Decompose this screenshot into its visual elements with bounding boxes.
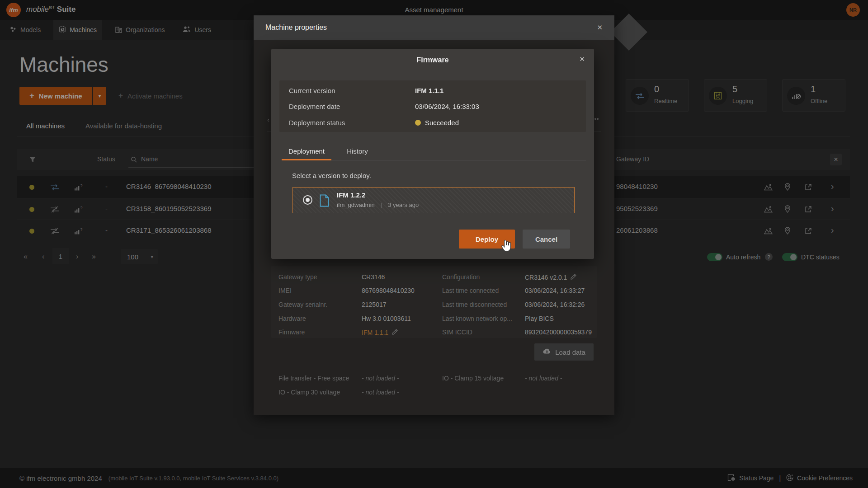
close-icon[interactable]: ✕ bbox=[579, 55, 585, 63]
active-tab-underline bbox=[282, 159, 331, 160]
deployment-date-value: 03/06/2024, 16:33:03 bbox=[415, 103, 479, 110]
deployment-status-value: Succeeded bbox=[425, 119, 459, 127]
current-version-value: IFM 1.1.1 bbox=[415, 87, 443, 94]
machine-modal-title: Machine properties bbox=[265, 23, 327, 32]
version-author: ifm_gdwadmin bbox=[337, 202, 375, 208]
deploy-button[interactable]: Deploy bbox=[459, 230, 515, 249]
version-name: IFM 1.2.2 bbox=[337, 191, 365, 199]
tab-history[interactable]: History bbox=[336, 147, 379, 155]
meta-divider: | bbox=[381, 202, 382, 208]
firmware-dialog-title: Firmware bbox=[271, 56, 594, 64]
info-label: Deployment date bbox=[289, 103, 340, 110]
info-label: Deployment status bbox=[289, 119, 345, 127]
tab-deployment[interactable]: Deployment bbox=[282, 147, 331, 155]
radio-selected-icon[interactable] bbox=[303, 195, 312, 205]
succeeded-status-dot-icon bbox=[415, 120, 421, 126]
version-meta: ifm_gdwadmin | 3 years ago bbox=[337, 202, 419, 208]
radio-dot bbox=[306, 198, 310, 202]
machine-modal-header: Machine properties ✕ bbox=[254, 15, 614, 40]
file-icon bbox=[319, 194, 330, 209]
firmware-dialog: Firmware ✕ Current version IFM 1.1.1 Dep… bbox=[271, 49, 594, 259]
cancel-button[interactable]: Cancel bbox=[523, 230, 570, 249]
firmware-version-option[interactable]: IFM 1.2.2 ifm_gdwadmin | 3 years ago bbox=[292, 187, 575, 213]
close-icon[interactable]: ✕ bbox=[597, 23, 603, 32]
select-version-prompt: Select a version to deploy. bbox=[292, 172, 371, 179]
version-age: 3 years ago bbox=[388, 202, 419, 208]
info-label: Current version bbox=[289, 87, 335, 94]
